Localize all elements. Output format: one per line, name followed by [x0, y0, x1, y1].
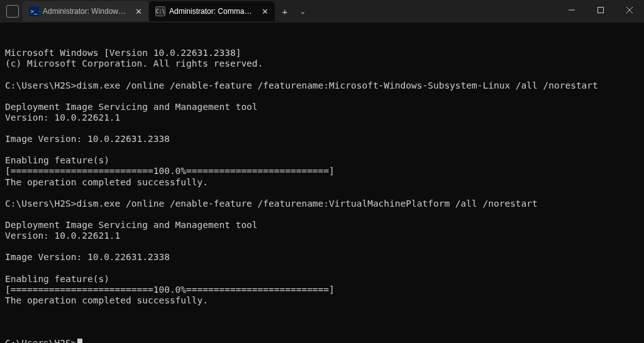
terminal-line: Enabling feature(s)	[5, 274, 639, 285]
terminal-line: C:\Users\H2S>dism.exe /online /enable-fe…	[5, 80, 639, 91]
terminal-prompt-line: C:\Users\H2S>	[5, 338, 639, 343]
maximize-button[interactable]	[586, 0, 615, 20]
terminal-line: Microsoft Windows [Version 10.0.22631.23…	[5, 48, 639, 58]
powershell-icon: >_	[29, 6, 39, 16]
tab-close-button[interactable]: ✕	[260, 6, 270, 16]
minimize-button[interactable]	[557, 0, 586, 20]
terminal-line: (c) Microsoft Corporation. All rights re…	[5, 58, 639, 69]
terminal-line	[5, 91, 639, 102]
tabs-area: >_Administrator: Windows Power✕C:\Admini…	[0, 0, 557, 23]
tab-inactive[interactable]: >_Administrator: Windows Power✕	[23, 1, 148, 21]
new-tab-button[interactable]: +	[275, 2, 294, 21]
terminal-line	[5, 188, 639, 199]
terminal-line: The operation completed successfully.	[5, 295, 639, 306]
terminal-line: The operation completed successfully.	[5, 177, 639, 188]
terminal-line	[5, 69, 639, 80]
tab-dropdown-button[interactable]: ⌄	[294, 2, 311, 21]
terminal-prompt: C:\Users\H2S>	[5, 338, 77, 343]
terminal-line: Enabling feature(s)	[5, 155, 639, 166]
maximize-icon	[597, 7, 604, 13]
tab-label: Administrator: Windows Power	[43, 7, 130, 16]
window-controls	[557, 0, 644, 23]
tabs-container: >_Administrator: Windows Power✕C:\Admini…	[23, 0, 275, 23]
terminal-output[interactable]: Microsoft Windows [Version 10.0.22631.23…	[0, 23, 644, 343]
terminal-line: [==========================100.0%=======…	[5, 285, 639, 295]
titlebar: >_Administrator: Windows Power✕C:\Admini…	[0, 0, 644, 23]
terminal-line: Image Version: 10.0.22631.2338	[5, 134, 639, 144]
terminal-line	[5, 209, 639, 220]
terminal-line: [==========================100.0%=======…	[5, 166, 639, 177]
close-icon	[626, 7, 633, 13]
tab-close-button[interactable]: ✕	[133, 6, 143, 16]
terminal-line	[5, 241, 639, 252]
terminal-line	[5, 263, 639, 273]
terminal-line	[5, 144, 639, 155]
tab-active[interactable]: C:\Administrator: Command Pro✕	[149, 1, 275, 21]
cmd-icon: C:\	[155, 6, 165, 16]
terminal-line	[5, 123, 639, 134]
terminal-line: Version: 10.0.22621.1	[5, 231, 639, 241]
terminal-line: Deployment Image Servicing and Managemen…	[5, 102, 639, 112]
terminal-line: Version: 10.0.22621.1	[5, 112, 639, 123]
close-window-button[interactable]	[615, 0, 644, 20]
terminal-line	[5, 306, 639, 317]
minimize-icon	[569, 7, 575, 13]
app-menu-icon[interactable]	[6, 5, 19, 18]
terminal-line: C:\Users\H2S>dism.exe /online /enable-fe…	[5, 199, 639, 209]
terminal-line: Deployment Image Servicing and Managemen…	[5, 220, 639, 231]
svg-rect-1	[598, 8, 604, 13]
terminal-lines: Microsoft Windows [Version 10.0.22631.23…	[5, 48, 639, 317]
terminal-line: Image Version: 10.0.22631.2338	[5, 252, 639, 263]
terminal-cursor	[77, 339, 82, 343]
tab-label: Administrator: Command Pro	[169, 7, 256, 16]
